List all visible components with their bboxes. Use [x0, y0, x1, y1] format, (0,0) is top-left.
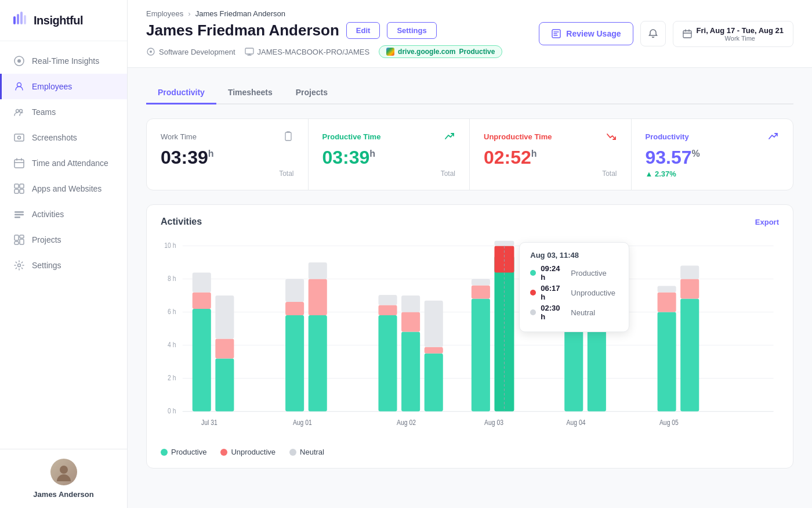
svg-text:8 h: 8 h: [168, 275, 176, 282]
legend-productive-dot: [161, 449, 168, 456]
sidebar-item-screenshots[interactable]: Screenshots: [0, 125, 127, 150]
svg-rect-12: [14, 184, 19, 188]
activities-header: Activities Export: [161, 217, 779, 227]
bar: [193, 309, 211, 412]
bell-icon: [648, 28, 658, 39]
svg-rect-14: [14, 189, 19, 193]
bar: [472, 279, 490, 285]
settings-button[interactable]: Settings: [387, 22, 436, 39]
date-type-label: Work Time: [697, 35, 784, 42]
export-button[interactable]: Export: [755, 218, 779, 226]
activities-card: Activities Export 10 h 8 h 6 h 4 h 2 h 0…: [146, 204, 793, 469]
department-icon: [146, 47, 155, 56]
bar: [472, 285, 490, 298]
trending-up-icon: [444, 131, 455, 142]
bar: [494, 241, 514, 246]
sidebar-item-timeattendance-label: Time and Attendance: [32, 158, 108, 168]
logo-icon: [12, 10, 28, 30]
tab-productivity[interactable]: Productivity: [146, 82, 216, 105]
bar: [309, 279, 327, 315]
svg-text:Jul 31: Jul 31: [201, 419, 217, 426]
content-area: Productivity Timesheets Projects Work Ti…: [128, 68, 812, 508]
bar: [309, 315, 327, 412]
bar: [425, 301, 443, 347]
bar: [193, 293, 211, 309]
sidebar: Insightful Real-Time Insights Employees …: [0, 0, 128, 508]
legend-neutral-dot: [289, 449, 296, 456]
date-range-label: Fri, Aug 17 - Tue, Aug 21: [697, 26, 784, 35]
review-usage-button[interactable]: Review Usage: [539, 22, 633, 45]
breadcrumb-parent[interactable]: Employees: [146, 9, 183, 18]
stat-work-time: Work Time 03:39h Total: [147, 119, 309, 190]
sidebar-item-screenshots-label: Screenshots: [32, 133, 77, 142]
review-icon: [551, 28, 561, 39]
svg-text:Aug 03: Aug 03: [484, 419, 503, 426]
computer-item: JAMES-MACBOOK-PRO/JAMES: [245, 47, 370, 56]
google-drive-icon: [386, 48, 394, 56]
breadcrumb: Employees › James Friedman Anderson: [146, 9, 502, 18]
sidebar-item-employees-label: Employees: [32, 82, 72, 91]
active-site-status: Productive: [459, 48, 495, 56]
svg-rect-30: [285, 132, 291, 140]
sidebar-item-activities[interactable]: Activities: [0, 201, 127, 227]
sidebar-item-employees[interactable]: Employees: [0, 74, 127, 99]
bar: [680, 279, 699, 298]
bar: [378, 295, 397, 305]
page-title: James Friedman Anderson: [146, 21, 339, 39]
bar: [285, 279, 304, 301]
svg-rect-13: [20, 184, 24, 188]
nav: Real-Time Insights Employees Teams Scree…: [0, 41, 127, 449]
chart-container: 10 h 8 h 6 h 4 h 2 h 0 h: [161, 236, 779, 434]
sidebar-item-timeattendance[interactable]: Time and Attendance: [0, 150, 127, 176]
bar: [285, 302, 304, 315]
legend-productive: Productive: [161, 448, 206, 456]
tab-projects[interactable]: Projects: [284, 82, 339, 105]
svg-rect-3: [24, 15, 26, 24]
bar: [680, 265, 699, 279]
svg-point-7: [16, 110, 19, 113]
productive-time-label: Productive Time: [322, 131, 456, 142]
productivity-trend-icon: [767, 131, 779, 142]
main-content: Employees › James Friedman Anderson Jame…: [128, 0, 812, 508]
bar: [425, 354, 443, 412]
bar: [588, 309, 606, 412]
svg-text:Aug 02: Aug 02: [397, 419, 416, 426]
sidebar-item-projects[interactable]: Projects: [0, 227, 127, 253]
computer-icon: [245, 47, 254, 56]
projects-icon: [13, 234, 25, 246]
bar: [401, 312, 420, 332]
page-title-row: James Friedman Anderson Edit Settings: [146, 21, 502, 39]
logo: Insightful: [0, 0, 127, 41]
sidebar-item-realtime[interactable]: Real-Time Insights: [0, 48, 127, 74]
productivity-value: 93.57%: [646, 147, 780, 168]
employees-icon: [13, 81, 25, 92]
sidebar-item-activities-label: Activities: [32, 210, 64, 219]
sidebar-user-name: James Anderson: [33, 490, 93, 499]
active-site-label: drive.google.com: [398, 48, 455, 56]
sidebar-item-settings[interactable]: Settings: [0, 253, 127, 278]
notification-button[interactable]: [640, 21, 666, 46]
svg-rect-18: [14, 217, 20, 218]
screenshots-icon: [13, 132, 25, 143]
svg-rect-22: [14, 242, 19, 244]
sidebar-item-teams[interactable]: Teams: [0, 99, 127, 125]
teams-icon: [13, 106, 25, 118]
bar: [658, 312, 676, 412]
tab-bar: Productivity Timesheets Projects: [146, 82, 793, 105]
calendar-icon: [683, 29, 692, 38]
clipboard-icon: [282, 131, 294, 142]
user-profile[interactable]: James Anderson: [0, 449, 127, 508]
sidebar-item-appswebsites[interactable]: Apps and Websites: [0, 176, 127, 201]
legend-neutral: Neutral: [289, 448, 324, 456]
breadcrumb-separator: ›: [188, 9, 190, 18]
bar: [658, 286, 676, 293]
settings-icon: [13, 260, 25, 271]
date-range-button[interactable]: Fri, Aug 17 - Tue, Aug 21 Work Time: [673, 21, 793, 47]
work-time-total: Total: [161, 170, 294, 178]
sidebar-item-settings-label: Settings: [32, 261, 61, 270]
edit-button[interactable]: Edit: [346, 22, 380, 39]
tab-timesheets[interactable]: Timesheets: [216, 82, 284, 105]
work-time-label: Work Time: [161, 131, 294, 142]
svg-text:Aug 05: Aug 05: [659, 419, 679, 426]
svg-rect-9: [14, 134, 24, 141]
